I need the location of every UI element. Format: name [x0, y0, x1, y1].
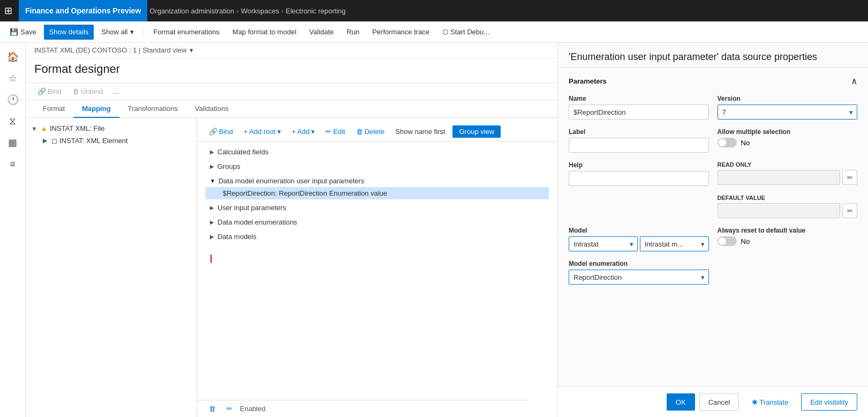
- read-only-edit-button[interactable]: ✏: [842, 170, 857, 185]
- expand-icon-file: ▼: [30, 125, 39, 132]
- run-button[interactable]: Run: [341, 25, 365, 40]
- sidebar-icon-grid[interactable]: ▦: [3, 133, 22, 152]
- properties-panel-title: 'Enumeration user input parameter' data …: [558, 43, 868, 68]
- version-select[interactable]: 7: [718, 105, 858, 120]
- model-select-part1[interactable]: Intrastat: [569, 236, 638, 251]
- prop-name: Name: [569, 95, 709, 120]
- ds-group-data-model-enums: ▶ Data model enumerations: [206, 216, 549, 228]
- save-icon: 💾: [10, 28, 18, 36]
- tree-item-instat-element[interactable]: ▶ ◻ INSTAT: XML Element: [26, 135, 197, 147]
- mapping-bind-button[interactable]: 🔗 Bind: [206, 126, 236, 137]
- tab-validations[interactable]: Validations: [186, 100, 237, 118]
- tab-format[interactable]: Format: [34, 100, 73, 118]
- ok-button[interactable]: OK: [667, 393, 695, 411]
- bottom-trash-icon: 🗑: [209, 405, 216, 413]
- sidebar-icon-list[interactable]: ≡: [3, 154, 22, 174]
- main-content: 🏠 ☆ 🕐 ⧖ ▦ ≡ INSTAT XML (DE) CONTOSO : 1 …: [0, 43, 868, 417]
- standard-view-chevron[interactable]: ▾: [190, 46, 193, 54]
- ds-group-data-models-header[interactable]: ▶ Data models: [206, 230, 549, 243]
- designer-toolbar: 🔗 Bind 🗑 Unbind ...: [26, 83, 557, 100]
- designer-breadcrumb: INSTAT XML (DE) CONTOSO : 1 | Standard v…: [26, 43, 557, 58]
- group-view-button[interactable]: Group view: [452, 125, 501, 138]
- name-input[interactable]: [569, 105, 709, 120]
- tab-transformations[interactable]: Transformations: [119, 100, 186, 118]
- allow-multiple-toggle[interactable]: [718, 138, 737, 147]
- translate-button[interactable]: ✱ Translate: [743, 393, 797, 411]
- allow-multiple-label: Allow multiple selection: [718, 128, 858, 136]
- unbind-button[interactable]: 🗑 Unbind: [69, 86, 106, 96]
- top-nav: ⊞ Finance and Operations Preview Organiz…: [0, 0, 868, 21]
- expand-data-models: ▶: [210, 234, 214, 240]
- allow-multiple-value: No: [741, 139, 750, 147]
- bottom-edit-button[interactable]: ✏: [223, 404, 236, 414]
- show-name-first-button[interactable]: Show name first: [392, 126, 448, 137]
- add-chevron: ▾: [311, 128, 315, 136]
- read-only-input-row: ✏: [718, 170, 858, 185]
- model-enumeration-select[interactable]: ReportDirection: [569, 270, 709, 285]
- show-details-button[interactable]: Show details: [44, 25, 94, 40]
- map-format-button[interactable]: Map format to model: [227, 25, 301, 40]
- help-label: Help: [569, 161, 709, 169]
- format-enumerations-button[interactable]: Format enumerations: [148, 25, 225, 40]
- cursor-area: |: [197, 249, 557, 267]
- expand-user-input-params: ▶: [210, 205, 214, 211]
- ds-item-report-direction[interactable]: $ReportDirection: ReportDirection Enumer…: [206, 187, 549, 199]
- mapping-delete-button[interactable]: 🗑 Delete: [353, 126, 388, 137]
- bottom-trash-button[interactable]: 🗑: [206, 404, 219, 414]
- start-debug-button[interactable]: ⬡ Start Debu...: [437, 25, 495, 40]
- model-enumeration-label: Model enumeration: [569, 260, 709, 267]
- sidebar-icon-star[interactable]: ☆: [3, 69, 22, 88]
- default-value-edit-button[interactable]: ✏: [842, 203, 857, 218]
- tab-mapping[interactable]: Mapping: [73, 100, 119, 118]
- ds-group-groups-header[interactable]: ▶ Groups: [206, 160, 549, 173]
- expand-data-model-enums: ▶: [210, 219, 214, 225]
- tree-panel: ▼ ▲ INSTAT XML: File ▶ ◻ INSTAT: XML Ele…: [26, 118, 197, 417]
- default-value-label: DEFAULT VALUE: [718, 195, 858, 201]
- model-select-part2[interactable]: Intrastat m...: [640, 236, 709, 251]
- validate-button[interactable]: Validate: [304, 25, 339, 40]
- tree-item-instat-file[interactable]: ▼ ▲ INSTAT XML: File: [26, 122, 197, 135]
- add-button[interactable]: + Add ▾: [289, 126, 319, 137]
- version-label: Version: [718, 95, 858, 102]
- section-collapse-icon[interactable]: ∧: [851, 76, 857, 86]
- more-button[interactable]: ...: [110, 86, 123, 96]
- help-input[interactable]: [569, 171, 709, 186]
- breadcrumb-workspaces[interactable]: Workspaces: [241, 7, 279, 15]
- expand-groups: ▶: [210, 163, 214, 169]
- enabled-label: Enabled: [240, 405, 266, 413]
- sidebar-icon-clock[interactable]: 🕐: [3, 90, 22, 109]
- ds-group-data-model-enums-header[interactable]: ▶ Data model enumerations: [206, 216, 549, 228]
- sidebar-icon-home[interactable]: 🏠: [3, 47, 22, 66]
- ds-group-user-input-params-header[interactable]: ▶ User input parameters: [206, 202, 549, 214]
- read-only-input[interactable]: [718, 170, 841, 185]
- delete-icon: 🗑: [356, 128, 363, 136]
- app-grid-icon[interactable]: ⊞: [4, 5, 12, 17]
- element-icon: ◻: [51, 137, 57, 145]
- label-label: Label: [569, 128, 709, 136]
- ds-group-data-model-enum-header[interactable]: ▼ Data model enumeration user input para…: [206, 175, 549, 187]
- section-header-parameters: Parameters ∧: [569, 76, 857, 86]
- toolbar-sep1: [144, 27, 144, 38]
- add-root-chevron: ▾: [277, 128, 281, 136]
- add-root-button[interactable]: + Add root ▾: [240, 126, 284, 137]
- breadcrumb-reporting[interactable]: Electronic reporting: [286, 7, 346, 15]
- mapping-panel: 🔗 Bind + Add root ▾ + Add ▾ ✏ Edit: [197, 118, 557, 417]
- breadcrumb-org[interactable]: Organization administration: [149, 7, 234, 15]
- ds-group-groups: ▶ Groups: [206, 160, 549, 173]
- always-reset-value: No: [741, 237, 750, 245]
- save-button[interactable]: 💾 Save: [4, 25, 42, 40]
- prop-model-enumeration: Model enumeration ReportDirection: [569, 260, 709, 285]
- label-input[interactable]: [569, 138, 709, 153]
- sidebar-icon-filter[interactable]: ⧖: [3, 111, 22, 131]
- edit-icon: ✏: [326, 128, 331, 136]
- always-reset-toggle[interactable]: [718, 236, 737, 246]
- ds-group-calculated-fields-header[interactable]: ▶ Calculated fields: [206, 146, 549, 158]
- show-all-button[interactable]: Show all ▾: [96, 25, 139, 40]
- cancel-button[interactable]: Cancel: [699, 393, 739, 411]
- edit-visibility-button[interactable]: Edit visibility: [801, 393, 857, 411]
- bind-button[interactable]: 🔗 Bind: [34, 86, 65, 96]
- performance-trace-button[interactable]: Performance trace: [367, 25, 435, 40]
- mapping-edit-button[interactable]: ✏ Edit: [322, 126, 348, 137]
- default-value-input[interactable]: [718, 203, 841, 218]
- data-model-enum-label: Data model enumeration user input parame…: [218, 177, 364, 185]
